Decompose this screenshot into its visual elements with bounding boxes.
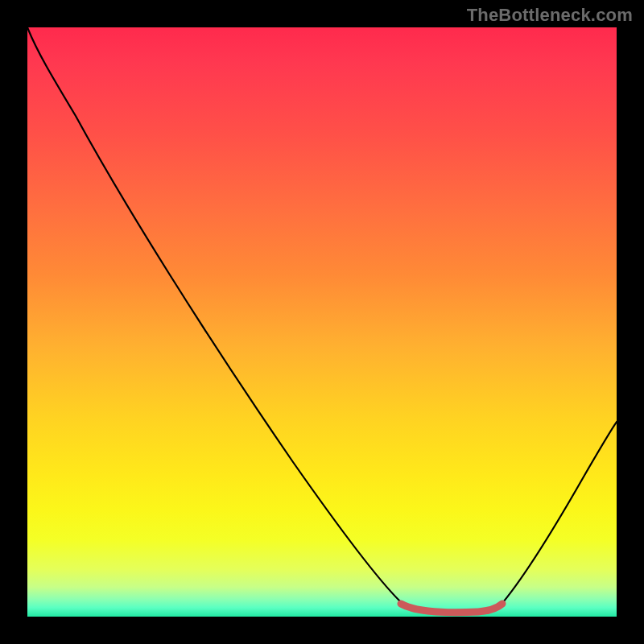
highlight-segment xyxy=(401,604,502,613)
curve-left-limb xyxy=(27,27,422,612)
watermark-text: TheBottleneck.com xyxy=(467,5,633,26)
curve-right-limb xyxy=(499,422,617,607)
chart-frame: TheBottleneck.com xyxy=(0,0,644,644)
plot-area xyxy=(27,27,617,617)
curve-svg xyxy=(27,27,617,617)
